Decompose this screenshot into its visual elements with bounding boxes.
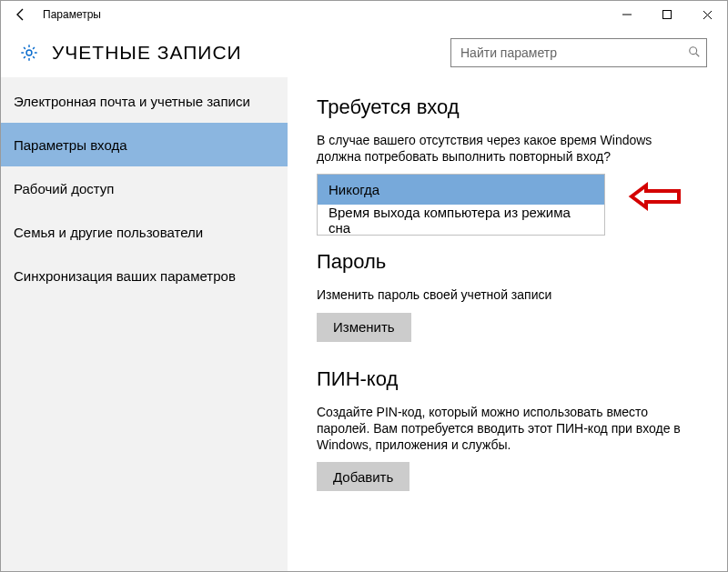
dropdown-option-label: Никогда [329,182,379,197]
sidebar-item-label: Семья и другие пользователи [14,225,203,240]
change-password-button[interactable]: Изменить [317,313,411,342]
svg-line-4 [696,53,700,56]
svg-point-2 [26,50,32,55]
window-titlebar: Параметры [1,1,727,28]
require-signin-desc: В случае вашего отсутствия через какое в… [317,132,681,165]
sidebar-item-sync-settings[interactable]: Синхронизация ваших параметров [1,254,288,297]
dropdown-option-never[interactable]: Никогда [318,175,604,205]
gear-icon [19,43,39,63]
sidebar-item-signin-options[interactable]: Параметры входа [1,123,288,166]
sidebar-item-family-users[interactable]: Семья и другие пользователи [1,210,288,254]
sidebar: Электронная почта и учетные записи Парам… [1,77,288,571]
content-pane: Требуется вход В случае вашего отсутстви… [288,77,727,571]
section-title-password: Пароль [317,250,711,274]
svg-point-3 [690,46,697,54]
dropdown-option-label: Время выхода компьютера из режима сна [329,205,593,236]
minimize-button[interactable] [607,1,647,28]
maximize-button[interactable] [647,1,687,28]
pin-desc: Создайте PIN-код, который можно использо… [317,404,699,454]
page-title: УЧЕТНЫЕ ЗАПИСИ [52,42,450,64]
add-pin-button[interactable]: Добавить [317,462,410,491]
sidebar-item-work-access[interactable]: Рабочий доступ [1,166,288,210]
password-desc: Изменить пароль своей учетной записи [317,286,681,303]
back-button[interactable] [6,1,35,28]
page-header: УЧЕТНЫЕ ЗАПИСИ [1,28,727,77]
sidebar-item-email-accounts[interactable]: Электронная почта и учетные записи [1,79,288,123]
search-box[interactable] [450,38,707,67]
annotation-arrow-icon [628,182,684,214]
sidebar-item-label: Электронная почта и учетные записи [14,94,250,109]
window-title: Параметры [43,8,101,21]
require-signin-dropdown[interactable]: Никогда Время выхода компьютера из режим… [317,174,605,236]
sidebar-item-label: Синхронизация ваших параметров [14,268,236,284]
search-input[interactable] [459,45,688,61]
close-button[interactable] [687,1,727,28]
section-title-pin: ПИН-код [317,367,711,391]
svg-rect-1 [663,11,672,19]
sidebar-item-label: Параметры входа [14,137,127,153]
search-icon [688,45,701,61]
sidebar-item-label: Рабочий доступ [14,181,114,196]
dropdown-option-on-wake[interactable]: Время выхода компьютера из режима сна [318,205,604,235]
section-title-require-signin: Требуется вход [317,95,711,119]
